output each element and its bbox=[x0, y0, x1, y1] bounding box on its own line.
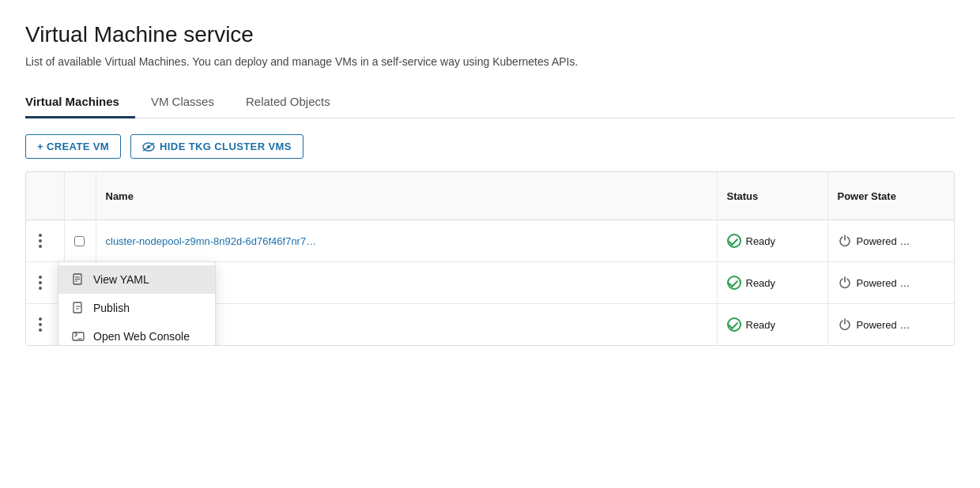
menu-item-view-yaml[interactable]: View YAML bbox=[58, 265, 215, 294]
row1-vm-link[interactable]: cluster-nodepool-z9mn-8n92d-6d76f46f7nr7… bbox=[106, 235, 317, 247]
console-icon bbox=[71, 329, 85, 343]
row2-status: Ready bbox=[727, 276, 776, 290]
create-vm-button[interactable]: + CREATE VM bbox=[25, 134, 121, 159]
col-header-checkbox bbox=[64, 172, 96, 220]
hide-tkg-button[interactable]: HIDE TKG CLUSTER VMS bbox=[130, 134, 303, 159]
tab-vm-classes[interactable]: VM Classes bbox=[135, 87, 230, 118]
col-header-power: Power State bbox=[827, 172, 954, 220]
row2-actions-button[interactable] bbox=[36, 272, 45, 293]
tabs-bar: Virtual Machines VM Classes Related Obje… bbox=[25, 87, 955, 118]
row2-status-cell: Ready bbox=[717, 262, 827, 304]
row1-status-cell: Ready bbox=[717, 220, 827, 262]
menu-item-publish[interactable]: Publish bbox=[58, 294, 215, 322]
dot3 bbox=[39, 245, 42, 248]
row1-checkbox-cell bbox=[64, 220, 96, 262]
menu-item-open-console[interactable]: Open Web Console bbox=[58, 322, 215, 347]
tab-virtual-machines[interactable]: Virtual Machines bbox=[25, 87, 135, 118]
row3-status: Ready bbox=[727, 317, 776, 332]
row2-power-state: Powered … bbox=[838, 276, 910, 290]
row3-status-cell: Ready bbox=[717, 304, 827, 346]
col-header-actions bbox=[26, 172, 64, 220]
row1-power-icon bbox=[838, 234, 852, 248]
dot2 bbox=[39, 281, 42, 284]
hide-icon bbox=[142, 142, 155, 152]
row1-actions-button[interactable] bbox=[36, 231, 45, 251]
page: Virtual Machine service List of availabl… bbox=[0, 0, 980, 488]
row3-power-cell: Powered … bbox=[827, 304, 954, 346]
col-header-status: Status bbox=[717, 172, 827, 220]
dot1 bbox=[39, 276, 42, 279]
table-row: cluster-nodepool-z9mn-8n92d-6d76f46f7nr7… bbox=[26, 220, 954, 262]
row1-power-state: Powered … bbox=[838, 234, 910, 248]
toolbar: + CREATE VM HIDE TKG CLUSTER VMS bbox=[25, 134, 955, 159]
row1-name-cell: cluster-nodepool-z9mn-8n92d-6d76f46f7nr7… bbox=[96, 220, 717, 262]
row1-power-cell: Powered … bbox=[827, 220, 954, 262]
row3-actions-button[interactable] bbox=[36, 314, 45, 335]
row3-power-state: Powered … bbox=[838, 317, 910, 332]
page-description: List of available Virtual Machines. You … bbox=[25, 55, 955, 68]
row2-power-cell: Powered … bbox=[827, 262, 954, 304]
table-header-row: Name Status Power State bbox=[26, 172, 954, 220]
document-icon bbox=[71, 272, 85, 287]
vm-table: Name Status Power State bbox=[25, 171, 955, 346]
col-header-name: Name bbox=[96, 172, 717, 220]
dot3 bbox=[39, 328, 42, 332]
row1-checkbox[interactable] bbox=[74, 236, 85, 246]
row1-actions-cell bbox=[26, 220, 64, 262]
publish-icon bbox=[71, 301, 85, 315]
row1-status: Ready bbox=[727, 234, 776, 248]
page-title: Virtual Machine service bbox=[25, 22, 955, 47]
row1-status-icon bbox=[727, 234, 741, 248]
row2-power-icon bbox=[838, 276, 852, 290]
tab-related-objects[interactable]: Related Objects bbox=[230, 87, 346, 118]
dot3 bbox=[39, 287, 42, 290]
dot1 bbox=[39, 317, 42, 321]
dot2 bbox=[39, 239, 42, 242]
dot2 bbox=[39, 323, 42, 326]
context-menu: View YAML Publish bbox=[58, 261, 216, 347]
row3-power-icon bbox=[838, 317, 852, 332]
svg-rect-7 bbox=[74, 302, 81, 313]
row3-status-icon bbox=[727, 317, 741, 332]
row2-status-icon bbox=[727, 276, 741, 290]
dot1 bbox=[39, 234, 42, 237]
